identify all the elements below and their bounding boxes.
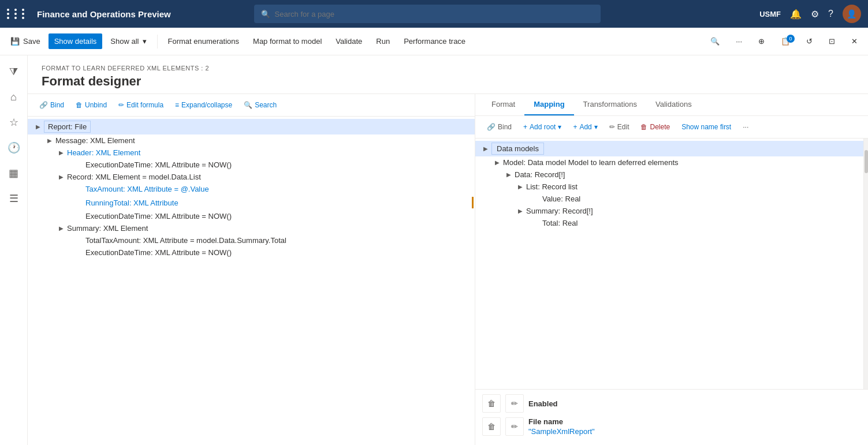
map-label: Model: Data model Model to learn deferre… <box>503 158 679 167</box>
map-item-data-models[interactable]: ▶ Data models <box>475 141 863 156</box>
map-item-total[interactable]: Total: Real <box>475 217 863 229</box>
close-button[interactable]: ✕ <box>845 33 863 49</box>
map-label: Value: Real <box>542 195 580 203</box>
edit-formula-button[interactable]: ✏ Edit formula <box>114 99 168 111</box>
tree-label: ExecutionDateTime: XML Attribute = NOW() <box>85 212 232 220</box>
trash-icon: 🗑 <box>640 123 647 131</box>
tree-label: Record: XML Element = model.Data.List <box>67 173 201 181</box>
chevron-down-icon: ▾ <box>558 123 561 131</box>
edit-icon: ✏ <box>609 123 615 131</box>
toggle-icon: ▶ <box>55 225 67 231</box>
mapping-bind-button[interactable]: 🔗 Bind <box>482 121 516 133</box>
tree-label: ExecutionDateTime: XML Attribute = NOW() <box>85 248 232 257</box>
bottom-row-filename: 🗑 ✏ File name "SampleXmlReport" <box>482 417 861 436</box>
app-grid-icon[interactable] <box>7 9 28 19</box>
delete-mapping-button[interactable]: 🗑 Delete <box>636 121 675 133</box>
search-toolbar-button[interactable]: 🔍 <box>705 33 725 49</box>
show-all-button[interactable]: Show all ▾ <box>105 33 152 49</box>
view-button[interactable]: 📋 0 <box>775 33 796 49</box>
app-title: Finance and Operations Preview <box>37 9 171 19</box>
main-toolbar: 💾 Save Show details Show all ▾ Format en… <box>0 28 868 55</box>
tree-item-totaltaxamount[interactable]: TotalTaxAmount: XML Attribute = model.Da… <box>28 234 475 246</box>
search-input[interactable] <box>275 10 594 18</box>
notification-icon[interactable]: 🔔 <box>790 9 802 20</box>
edit-filename-button[interactable]: ✏ <box>505 417 524 436</box>
tab-format[interactable]: Format <box>482 94 524 115</box>
global-search[interactable]: 🔍 <box>254 5 601 23</box>
tree-item-message[interactable]: ▶ Message: XML Element <box>28 134 475 147</box>
tree-item-summary[interactable]: ▶ Summary: XML Element <box>28 222 475 234</box>
sidebar-home-icon[interactable]: ⌂ <box>2 85 25 109</box>
add-root-button[interactable]: + Add root ▾ <box>519 121 566 133</box>
edit-mapping-button[interactable]: ✏ Edit <box>605 121 634 133</box>
open-new-button[interactable]: ⊡ <box>823 33 841 49</box>
tree-item-runningtotal[interactable]: RunningTotal: XML Attribute <box>28 195 475 210</box>
tab-validations[interactable]: Validations <box>646 94 701 115</box>
mapping-scrollbar[interactable] <box>863 139 868 389</box>
refresh-button[interactable]: ↺ <box>800 33 818 49</box>
user-label: USMF <box>759 10 781 18</box>
tree-label: RunningTotal: XML Attribute <box>85 199 178 207</box>
bind-button[interactable]: 🔗 Bind <box>35 99 69 111</box>
trash-icon: 🗑 <box>76 101 83 109</box>
tree-item-exec-dt-header[interactable]: ExecutionDateTime: XML Attribute = NOW() <box>28 159 475 171</box>
search-icon: 🔍 <box>244 101 252 109</box>
toggle-icon: ▶ <box>55 174 67 180</box>
tree-item-exec-dt-record[interactable]: ExecutionDateTime: XML Attribute = NOW() <box>28 210 475 222</box>
sidebar-recent-icon[interactable]: 🕐 <box>2 136 25 159</box>
toggle-icon: ▶ <box>503 171 515 178</box>
designer-area: 🔗 Bind 🗑 Unbind ✏ Edit formula ≡ Expand/… <box>28 94 868 445</box>
map-item-value[interactable]: Value: Real <box>475 193 863 205</box>
toggle-icon: ▶ <box>44 137 55 144</box>
show-details-button[interactable]: Show details <box>49 33 103 49</box>
format-enumerations-button[interactable]: Format enumerations <box>162 33 245 49</box>
tree-label: TaxAmount: XML Attribute = @.Value <box>85 185 209 193</box>
map-item-summary[interactable]: ▶ Summary: Record[!] <box>475 205 863 217</box>
mapping-toolbar: 🔗 Bind + Add root ▾ + Add ▾ ✏ <box>475 116 868 139</box>
unbind-button[interactable]: 🗑 Unbind <box>71 99 111 111</box>
validate-button[interactable]: Validate <box>330 33 368 49</box>
delete-enabled-button[interactable]: 🗑 <box>482 394 501 413</box>
performance-trace-button[interactable]: Performance trace <box>398 33 471 49</box>
sidebar-workspaces-icon[interactable]: ▦ <box>2 162 25 185</box>
search-icon: 🔍 <box>261 10 270 18</box>
delete-filename-button[interactable]: 🗑 <box>482 417 501 436</box>
map-item-data[interactable]: ▶ Data: Record[!] <box>475 169 863 181</box>
tree-item-exec-dt-summary[interactable]: ExecutionDateTime: XML Attribute = NOW() <box>28 246 475 259</box>
avatar[interactable]: 👤 <box>843 5 861 23</box>
tab-transformations[interactable]: Transformations <box>574 94 646 115</box>
tree-item-taxamount[interactable]: TaxAmount: XML Attribute = @.Value <box>28 183 475 195</box>
tree-item-report-file[interactable]: ▶ Report: File <box>28 119 475 134</box>
search-format-button[interactable]: 🔍 Search <box>239 99 281 111</box>
sidebar-filter-icon[interactable]: ⧩ <box>2 60 25 83</box>
save-button[interactable]: 💾 Save <box>5 33 46 49</box>
add-button[interactable]: + Add ▾ <box>568 121 602 133</box>
expand-collapse-button[interactable]: ≡ Expand/collapse <box>170 99 237 111</box>
edit-enabled-button[interactable]: ✏ <box>505 394 524 413</box>
plus-icon: + <box>523 123 527 131</box>
tree-item-record[interactable]: ▶ Record: XML Element = model.Data.List <box>28 171 475 183</box>
sidebar-modules-icon[interactable]: ☰ <box>2 187 25 210</box>
map-format-to-model-button[interactable]: Map format to model <box>247 33 327 49</box>
help-icon[interactable]: ? <box>828 9 833 19</box>
pin-button[interactable]: ⊕ <box>752 33 770 49</box>
more-mapping-button[interactable]: ··· <box>738 121 753 133</box>
map-label: Data models <box>491 143 544 155</box>
show-name-first-button[interactable]: Show name first <box>677 121 736 133</box>
sidebar-favorites-icon[interactable]: ☆ <box>2 111 25 134</box>
mapping-content: ▶ Data models ▶ Model: Data model Model … <box>475 139 868 389</box>
tree-label: ExecutionDateTime: XML Attribute = NOW() <box>85 160 232 169</box>
map-item-list[interactable]: ▶ List: Record list <box>475 181 863 193</box>
tab-mapping[interactable]: Mapping <box>524 94 573 115</box>
tree-item-header[interactable]: ▶ Header: XML Element <box>28 147 475 159</box>
more-options-button[interactable]: ··· <box>730 33 748 49</box>
filename-value: "SampleXmlReport" <box>528 427 595 436</box>
tree-label: Message: XML Element <box>55 136 135 145</box>
toggle-icon: ▶ <box>32 124 44 130</box>
settings-icon[interactable]: ⚙ <box>811 9 819 20</box>
map-item-model[interactable]: ▶ Model: Data model Model to learn defer… <box>475 156 863 169</box>
run-button[interactable]: Run <box>370 33 396 49</box>
toolbar-right: 🔍 ··· ⊕ 📋 0 ↺ ⊡ ✕ <box>705 33 863 49</box>
format-panel: 🔗 Bind 🗑 Unbind ✏ Edit formula ≡ Expand/… <box>28 94 475 445</box>
link-icon: 🔗 <box>487 123 496 131</box>
